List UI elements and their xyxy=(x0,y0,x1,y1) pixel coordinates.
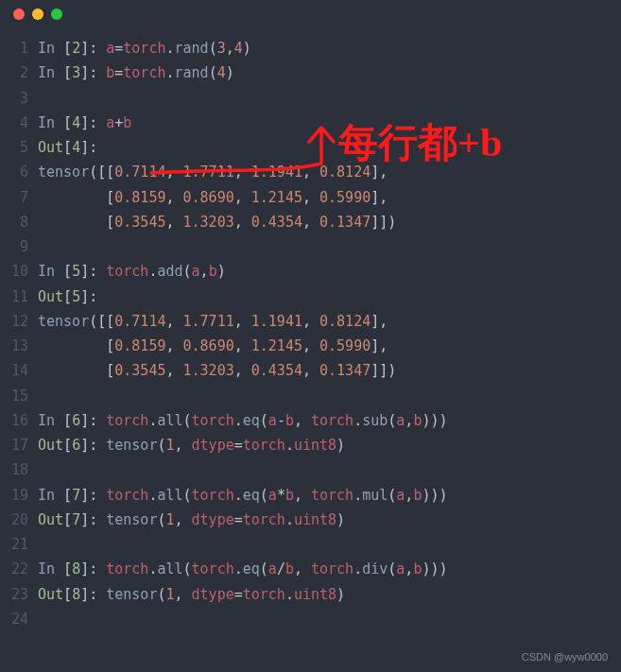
line-content xyxy=(38,86,621,111)
line-number: 14 xyxy=(0,358,38,383)
code-line: 5Out[4]: xyxy=(0,135,621,160)
line-content xyxy=(38,457,621,482)
line-content: In [8]: torch.all(torch.eq(a/b, torch.di… xyxy=(38,557,621,581)
code-line: 20Out[7]: tensor(1, dtype=torch.uint8) xyxy=(0,508,621,532)
code-line: 10In [5]: torch.add(a,b) xyxy=(0,259,621,284)
maximize-dot-icon[interactable] xyxy=(51,9,62,20)
line-content: In [5]: torch.add(a,b) xyxy=(38,259,621,284)
line-content xyxy=(38,384,621,408)
code-line: 19In [7]: torch.all(torch.eq(a*b, torch.… xyxy=(0,483,621,508)
line-number: 7 xyxy=(0,185,38,210)
line-number: 19 xyxy=(0,483,38,508)
code-line: 12tensor([[0.7114, 1.7711, 1.1941, 0.812… xyxy=(0,309,621,334)
line-content: [0.3545, 1.3203, 0.4354, 0.1347]]) xyxy=(38,358,621,383)
line-number: 16 xyxy=(0,408,38,433)
line-content: In [2]: a=torch.rand(3,4) xyxy=(38,36,621,60)
close-dot-icon[interactable] xyxy=(13,9,25,20)
line-number: 1 xyxy=(0,36,38,60)
line-number: 15 xyxy=(0,384,38,408)
line-number: 24 xyxy=(0,607,38,631)
line-number: 6 xyxy=(0,160,38,184)
line-content: [0.3545, 1.3203, 0.4354, 0.1347]]) xyxy=(38,210,621,234)
code-line: 23Out[8]: tensor(1, dtype=torch.uint8) xyxy=(0,582,621,607)
minimize-dot-icon[interactable] xyxy=(32,9,43,20)
line-number: 10 xyxy=(0,259,38,284)
line-number: 23 xyxy=(0,582,38,607)
code-line: 22In [8]: torch.all(torch.eq(a/b, torch.… xyxy=(0,557,621,581)
line-content xyxy=(38,234,621,259)
line-content xyxy=(38,607,621,631)
line-number: 9 xyxy=(0,234,38,259)
code-line: 7 [0.8159, 0.8690, 1.2145, 0.5990], xyxy=(0,185,621,210)
line-content xyxy=(38,532,621,557)
line-number: 11 xyxy=(0,284,38,309)
handwritten-text: 每行都+b xyxy=(338,109,502,179)
line-content: [0.8159, 0.8690, 1.2145, 0.5990], xyxy=(38,334,621,358)
line-number: 3 xyxy=(0,86,38,111)
line-number: 2 xyxy=(0,60,38,85)
code-line: 24 xyxy=(0,607,621,631)
line-number: 18 xyxy=(0,457,38,482)
code-line: 14 [0.3545, 1.3203, 0.4354, 0.1347]]) xyxy=(0,358,621,383)
code-line: 15 xyxy=(0,384,621,408)
line-number: 12 xyxy=(0,309,38,334)
line-content: Out[7]: tensor(1, dtype=torch.uint8) xyxy=(38,508,621,532)
line-number: 4 xyxy=(0,111,38,135)
line-content: [0.8159, 0.8690, 1.2145, 0.5990], xyxy=(38,185,621,210)
line-content: Out[8]: tensor(1, dtype=torch.uint8) xyxy=(38,582,621,607)
line-content: Out[4]: xyxy=(38,135,621,160)
line-number: 22 xyxy=(0,557,38,581)
code-line: 21 xyxy=(0,532,621,557)
code-line: 9 xyxy=(0,234,621,259)
line-content: In [4]: a+b xyxy=(38,111,621,135)
line-content: Out[6]: tensor(1, dtype=torch.uint8) xyxy=(38,433,621,457)
code-line: 17Out[6]: tensor(1, dtype=torch.uint8) xyxy=(0,433,621,457)
line-number: 5 xyxy=(0,135,38,160)
line-content: tensor([[0.7114, 1.7711, 1.1941, 0.8124]… xyxy=(38,160,621,184)
line-number: 17 xyxy=(0,433,38,457)
window-titlebar xyxy=(0,0,621,28)
code-line: 16In [6]: torch.all(torch.eq(a-b, torch.… xyxy=(0,408,621,433)
line-number: 8 xyxy=(0,210,38,234)
line-content: In [7]: torch.all(torch.eq(a*b, torch.mu… xyxy=(38,483,621,508)
line-number: 13 xyxy=(0,334,38,358)
code-line: 3 xyxy=(0,86,621,111)
code-line: 1In [2]: a=torch.rand(3,4) xyxy=(0,36,621,60)
line-number: 20 xyxy=(0,508,38,532)
code-line: 18 xyxy=(0,457,621,482)
line-content: tensor([[0.7114, 1.7711, 1.1941, 0.8124]… xyxy=(38,309,621,334)
code-line: 8 [0.3545, 1.3203, 0.4354, 0.1347]]) xyxy=(0,210,621,234)
line-content: Out[5]: xyxy=(38,284,621,309)
code-line: 2In [3]: b=torch.rand(4) xyxy=(0,60,621,85)
line-content: In [3]: b=torch.rand(4) xyxy=(38,60,621,85)
watermark-text: CSDN @wyw0000 xyxy=(522,648,608,666)
code-line: 13 [0.8159, 0.8690, 1.2145, 0.5990], xyxy=(0,334,621,358)
line-content: In [6]: torch.all(torch.eq(a-b, torch.su… xyxy=(38,408,621,433)
code-content: 1In [2]: a=torch.rand(3,4)2In [3]: b=tor… xyxy=(0,28,621,631)
code-line: 6tensor([[0.7114, 1.7711, 1.1941, 0.8124… xyxy=(0,160,621,184)
code-line: 4In [4]: a+b xyxy=(0,111,621,135)
line-number: 21 xyxy=(0,532,38,557)
code-line: 11Out[5]: xyxy=(0,284,621,309)
